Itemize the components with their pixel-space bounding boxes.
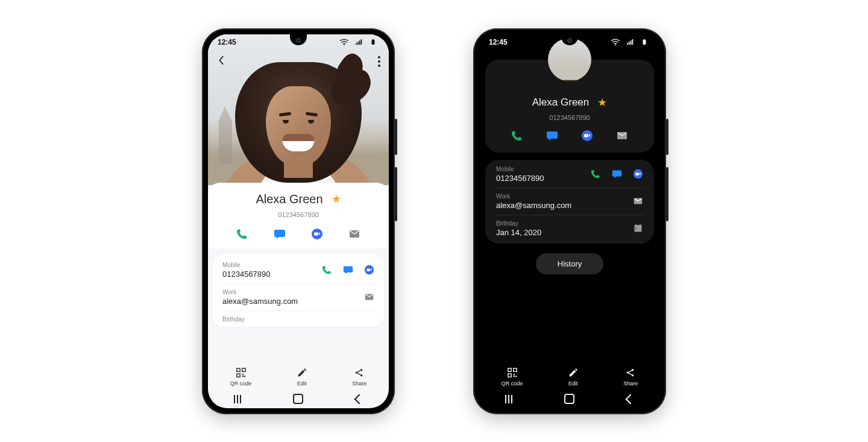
field-value: alexa@samsung.com [496, 201, 571, 210]
contact-name: Alexa Green [256, 192, 322, 206]
battery-icon [638, 36, 650, 48]
qr-code-icon [506, 367, 518, 379]
share-button[interactable]: Share [352, 367, 366, 387]
nav-recents-button[interactable] [234, 395, 241, 403]
field-label: Work [496, 193, 571, 200]
contact-header-card: Alexa Green ★ 01234567890 [485, 60, 654, 153]
share-icon [353, 367, 365, 379]
row-video-icon[interactable] [364, 265, 374, 275]
field-label: Birthday [496, 220, 541, 227]
nav-home-button[interactable] [293, 394, 303, 404]
history-button[interactable]: History [536, 253, 603, 274]
favorite-star-icon[interactable]: ★ [597, 96, 607, 109]
detail-row-birthday[interactable]: Birthday Jan 14, 2020 [495, 215, 644, 242]
contact-name: Alexa Green [532, 96, 590, 109]
qr-code-icon [235, 367, 247, 379]
nav-back-button[interactable] [354, 394, 364, 404]
row-message-icon[interactable] [612, 169, 622, 179]
field-value: alexa@samsung.com [222, 297, 298, 306]
cell-signal-icon [624, 36, 636, 48]
row-call-icon[interactable] [591, 169, 601, 179]
phone-light-mode: 12:45 [202, 28, 395, 414]
row-call-icon[interactable] [322, 265, 332, 275]
contact-details-card: Mobile 01234567890 Work alexa@samsung.co… [213, 254, 384, 327]
contact-photo [208, 34, 389, 185]
qr-code-button[interactable]: QR code [502, 367, 523, 387]
detail-row-birthday[interactable]: Birthday [221, 311, 376, 327]
field-label: Work [222, 289, 298, 295]
more-options-button[interactable] [378, 55, 380, 67]
phone-dark-mode: 12:45 Alexa Green [473, 28, 666, 414]
pencil-icon [296, 367, 308, 379]
contact-primary-number: 01234567890 [208, 211, 389, 218]
field-value: 01234567890 [496, 174, 544, 183]
field-value: 01234567890 [222, 270, 271, 279]
edit-button[interactable]: Edit [296, 367, 308, 387]
detail-row-work-email[interactable]: Work alexa@samsung.com [221, 284, 376, 311]
favorite-star-icon[interactable]: ★ [332, 192, 341, 206]
field-value: Jan 14, 2020 [496, 228, 541, 237]
system-nav-bar [479, 390, 660, 408]
contact-header-card: Alexa Green ★ 01234567890 [208, 183, 389, 248]
call-button[interactable] [511, 130, 523, 142]
detail-row-mobile[interactable]: Mobile 01234567890 [495, 161, 644, 188]
field-label: Birthday [222, 316, 245, 323]
detail-row-mobile[interactable]: Mobile 01234567890 [221, 257, 376, 284]
share-icon [624, 367, 637, 379]
nav-recents-button[interactable] [505, 395, 512, 403]
row-calendar-icon[interactable] [633, 223, 643, 233]
video-call-button[interactable] [311, 228, 323, 240]
field-label: Mobile [222, 262, 271, 268]
wifi-icon [338, 36, 350, 48]
message-button[interactable] [546, 130, 558, 142]
field-label: Mobile [496, 166, 544, 172]
battery-icon [367, 36, 379, 48]
call-button[interactable] [236, 228, 248, 240]
nav-back-button[interactable] [625, 394, 635, 404]
bottom-action-bar: QR code Edit Share [479, 364, 660, 390]
qr-code-button[interactable]: QR code [230, 367, 252, 387]
contact-primary-number: 01234567890 [485, 114, 654, 121]
row-message-icon[interactable] [343, 265, 353, 275]
bottom-action-bar: QR code Edit Share [208, 364, 389, 390]
message-button[interactable] [274, 228, 286, 240]
wifi-icon [609, 36, 621, 48]
video-call-button[interactable] [581, 130, 593, 142]
back-button[interactable] [216, 55, 227, 67]
detail-row-work-email[interactable]: Work alexa@samsung.com [495, 188, 644, 215]
nav-home-button[interactable] [564, 394, 574, 404]
row-email-icon[interactable] [633, 196, 643, 206]
edit-button[interactable]: Edit [567, 367, 579, 387]
status-time: 12:45 [218, 38, 236, 46]
system-nav-bar [208, 390, 389, 408]
contact-details-card: Mobile 01234567890 Work alexa@samsung.co… [485, 160, 654, 244]
email-button[interactable] [616, 130, 628, 142]
share-button[interactable]: Share [623, 367, 638, 387]
row-email-icon[interactable] [364, 292, 374, 302]
status-time: 12:45 [489, 38, 508, 46]
pencil-icon [567, 367, 579, 379]
row-video-icon[interactable] [633, 169, 643, 179]
cell-signal-icon [353, 36, 365, 48]
email-button[interactable] [348, 228, 360, 240]
